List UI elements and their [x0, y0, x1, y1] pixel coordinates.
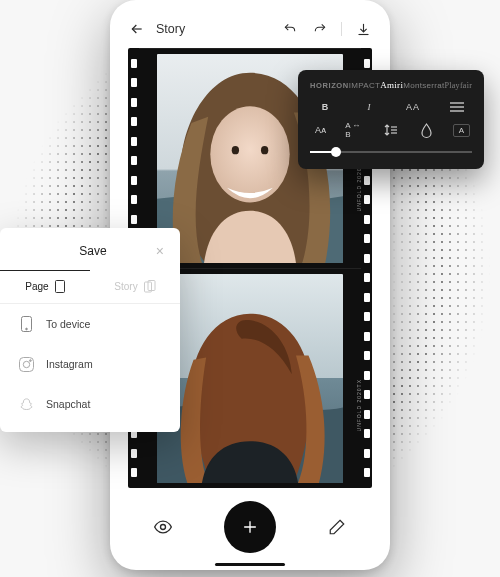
svg-point-16 — [25, 328, 27, 330]
svg-rect-17 — [19, 357, 33, 371]
font-size-button[interactable]: Aᴀ — [310, 123, 331, 137]
snapchat-icon — [18, 396, 34, 412]
font-option[interactable]: Amiri — [380, 80, 403, 90]
slider-knob[interactable] — [331, 147, 341, 157]
svg-point-18 — [23, 361, 29, 367]
align-toggle[interactable] — [442, 100, 472, 114]
film-edge-label: UNFOLD 2020TX — [356, 379, 362, 431]
size-slider[interactable] — [310, 151, 472, 153]
svg-point-19 — [29, 359, 31, 361]
svg-point-1 — [210, 106, 289, 202]
dest-label: To device — [46, 318, 90, 330]
svg-point-2 — [232, 146, 239, 154]
text-color-button[interactable] — [416, 123, 437, 137]
line-height-button[interactable] — [380, 123, 401, 137]
page-title: Story — [156, 22, 185, 36]
dest-instagram[interactable]: Instagram — [0, 344, 180, 384]
font-picker[interactable]: HORIZON IMPACT Amiri Montserrat Playfair — [310, 80, 472, 90]
add-button[interactable] — [224, 501, 276, 553]
redo-icon[interactable] — [311, 20, 329, 38]
font-option[interactable]: HORIZON — [310, 81, 349, 90]
divider — [341, 22, 342, 36]
edit-icon[interactable] — [328, 518, 346, 536]
text-style-panel: HORIZON IMPACT Amiri Montserrat Playfair… — [298, 70, 484, 169]
home-indicator — [215, 563, 285, 566]
save-title: Save — [30, 244, 156, 258]
font-option[interactable]: Playfair — [444, 81, 472, 90]
style-row: B I AA — [310, 100, 472, 114]
photo-bottom[interactable] — [157, 274, 343, 483]
close-icon[interactable]: × — [156, 244, 164, 258]
back-icon[interactable] — [128, 20, 146, 38]
font-option[interactable]: IMPACT — [349, 81, 380, 90]
tab-page[interactable]: Page — [0, 270, 90, 304]
save-panel: Save × Page Story To device Instagram Sn… — [0, 228, 180, 432]
options-row: Aᴀ A ↔ B A — [310, 123, 472, 137]
undo-icon[interactable] — [281, 20, 299, 38]
preview-icon[interactable] — [154, 518, 172, 536]
svg-point-3 — [261, 146, 268, 154]
bottom-toolbar — [128, 494, 372, 560]
caps-toggle[interactable]: AA — [398, 100, 428, 114]
download-icon[interactable] — [354, 20, 372, 38]
svg-rect-12 — [55, 281, 64, 293]
svg-point-5 — [161, 525, 166, 530]
dest-device[interactable]: To device — [0, 304, 180, 344]
tab-story[interactable]: Story — [90, 270, 180, 304]
text-background-button[interactable]: A — [451, 123, 472, 137]
font-option[interactable]: Montserrat — [403, 81, 444, 90]
letter-spacing-button[interactable]: A ↔ B — [345, 123, 366, 137]
dest-label: Snapchat — [46, 398, 90, 410]
italic-toggle[interactable]: I — [354, 100, 384, 114]
save-tabs: Page Story — [0, 270, 180, 304]
dest-label: Instagram — [46, 358, 93, 370]
instagram-icon — [18, 356, 34, 372]
device-icon — [18, 316, 34, 332]
dest-snapchat[interactable]: Snapchat — [0, 384, 180, 424]
top-bar: Story — [128, 18, 372, 40]
bold-toggle[interactable]: B — [310, 100, 340, 114]
